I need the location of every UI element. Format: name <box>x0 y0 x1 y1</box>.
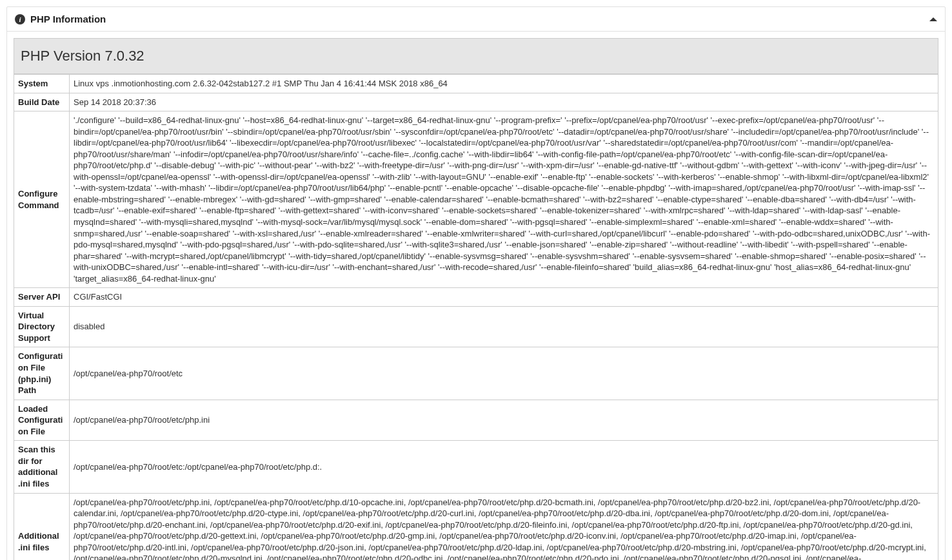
table-row: Loaded Configuration File/opt/cpanel/ea-… <box>14 400 938 441</box>
row-label: Scan this dir for additional .ini files <box>14 441 70 493</box>
table-row: SystemLinux vps .inmotionhosting.com 2.6… <box>14 75 938 93</box>
table-row: Build DateSep 14 2018 20:37:36 <box>14 93 938 111</box>
table-row: Scan this dir for additional .ini files/… <box>14 441 938 493</box>
php-version-header: PHP Version 7.0.32 <box>14 38 938 74</box>
row-label: Configure Command <box>14 111 70 288</box>
php-info-card: i PHP Information PHP Version 7.0.32 Sys… <box>6 6 946 560</box>
card-body: PHP Version 7.0.32 SystemLinux vps .inmo… <box>7 32 945 560</box>
row-value: './configure' '--build=x86_64-redhat-lin… <box>70 111 938 288</box>
row-label: Additional .ini files <box>14 493 70 560</box>
row-label: System <box>14 75 70 93</box>
row-label: Loaded Configuration File <box>14 400 70 441</box>
row-value: /opt/cpanel/ea-php70/root/etc <box>70 347 938 400</box>
row-value: Sep 14 2018 20:37:36 <box>70 93 938 111</box>
table-row: Server APICGI/FastCGI <box>14 288 938 307</box>
collapse-icon[interactable] <box>929 17 937 21</box>
card-title: PHP Information <box>30 14 106 24</box>
card-header: i PHP Information <box>7 7 945 32</box>
row-value: /opt/cpanel/ea-php70/root/etc/php.ini, /… <box>70 493 938 560</box>
row-label: Build Date <box>14 93 70 111</box>
row-value: /opt/cpanel/ea-php70/root/etc:/opt/cpane… <box>70 441 938 493</box>
row-label: Virtual Directory Support <box>14 306 70 347</box>
row-value: Linux vps .inmotionhosting.com 2.6.32-04… <box>70 75 938 93</box>
row-label: Server API <box>14 288 70 307</box>
row-value: disabled <box>70 306 938 347</box>
table-row: Virtual Directory Supportdisabled <box>14 306 938 347</box>
row-label: Configuration File (php.ini) Path <box>14 347 70 400</box>
php-info-table: SystemLinux vps .inmotionhosting.com 2.6… <box>14 74 938 560</box>
table-row: Configure Command'./configure' '--build=… <box>14 111 938 288</box>
table-row: Additional .ini files/opt/cpanel/ea-php7… <box>14 493 938 560</box>
row-value: CGI/FastCGI <box>70 288 938 307</box>
row-value: /opt/cpanel/ea-php70/root/etc/php.ini <box>70 400 938 441</box>
table-row: Configuration File (php.ini) Path/opt/cp… <box>14 347 938 400</box>
info-icon: i <box>15 14 25 24</box>
